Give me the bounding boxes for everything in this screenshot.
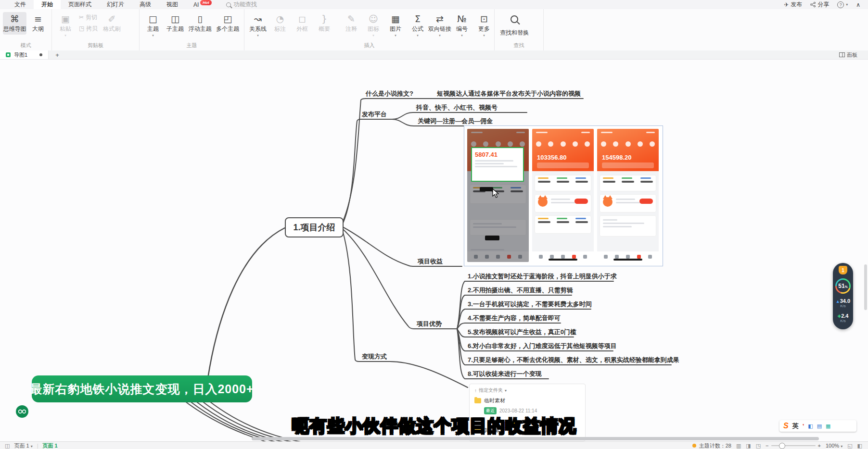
menu-tab-页面样式[interactable]: 页面样式 <box>61 0 99 9</box>
ime-toolbox-icon[interactable]: ▦ <box>826 423 830 429</box>
zoom-track[interactable] <box>771 445 816 446</box>
menu-tab-文件[interactable]: 文件 <box>7 0 34 9</box>
ribbon-button-拷贝[interactable]: ◳拷贝 <box>77 24 100 33</box>
add-sheet-button[interactable]: + <box>55 51 59 59</box>
exit-view-icon[interactable]: ◧ <box>857 443 862 449</box>
zoom-percent[interactable]: 100% ▾ <box>826 443 842 449</box>
ribbon-button-label: 关系线 <box>249 25 267 33</box>
menu-tab-幻灯片[interactable]: 幻灯片 <box>99 0 132 9</box>
topic-icon: □ <box>149 13 157 24</box>
zoom-slider[interactable]: − + <box>766 443 821 449</box>
mindmap-branch-label[interactable]: 变现方式 <box>362 352 387 361</box>
topic-count-icon <box>692 444 696 448</box>
sogou-logo-icon[interactable]: S <box>783 422 789 430</box>
menu-tab-AI[interactable]: AIHot <box>186 0 219 9</box>
ribbon-button-标注[interactable]: ◔标注 <box>269 12 291 35</box>
ribbon-button-label: 图标 <box>368 25 379 33</box>
ribbon-button-图标[interactable]: ☺图标▾ <box>363 12 384 38</box>
ribbon-button-公式[interactable]: Σ公式▾ <box>407 12 428 38</box>
ribbon-group-插入: ↝关系线▾◔标注◻外框}概要✎注释☺图标▾▦图片▾Σ公式▾⇄双向链接▾№编号▾⊡… <box>244 9 495 50</box>
ribbon-button-label: 思维导图 <box>3 25 26 33</box>
ribbon-button-浮动主题[interactable]: ▯浮动主题 <box>187 12 213 35</box>
share-button[interactable]: 分享 <box>810 0 829 9</box>
mindmap-branch-label[interactable]: 发布平台 <box>362 110 387 118</box>
ribbon-button-查找和替换[interactable]: 查找和替换 <box>498 12 531 38</box>
mindmap-leaf[interactable]: 4.不需要生产内容，简单配音即可 <box>468 314 561 322</box>
red-button <box>574 199 588 204</box>
mindmap-leaf[interactable]: 5.发布视频就可以产生收益，真正0门槛 <box>468 328 576 336</box>
ribbon-button-大纲[interactable]: ≡大纲 <box>27 12 49 35</box>
fullscreen-icon[interactable]: ◱ <box>847 443 852 449</box>
ribbon-button-注释[interactable]: ✎注释 <box>341 12 362 35</box>
ribbon-button-剪切[interactable]: ✂剪切 <box>77 13 100 22</box>
phone-screenshot-3: 154598.20 <box>597 129 659 262</box>
ribbon-button-思维导图[interactable]: ⌘思维导图 <box>3 12 26 35</box>
zoom-in-button[interactable]: + <box>818 443 821 449</box>
view-columns-icon[interactable]: ▥ <box>736 443 741 449</box>
publish-button[interactable]: ✈ 发布 <box>784 0 802 9</box>
ribbon-button-图片[interactable]: ▦图片▾ <box>385 12 406 38</box>
page-tab-active[interactable]: 页面 1 <box>43 442 58 449</box>
feature-search[interactable]: 功能查找 <box>226 0 257 9</box>
ribbon-button-label: 标注 <box>274 25 286 33</box>
mindmap-branch-label[interactable]: 项目收益 <box>418 257 443 265</box>
ime-toolbar[interactable]: S 英 ❜ ◧ ▤ ▦ <box>779 420 856 432</box>
net-speed-widget[interactable]: 1 51% ▲34.0 K/s ✚2.4 K/s <box>833 263 853 329</box>
caret-down-icon: ▾ <box>505 388 507 393</box>
mindmap-file-icon <box>6 52 11 57</box>
mindmap-leaf[interactable]: 关键词—注册—会员—佣金 <box>418 117 493 125</box>
mindmap-central-node[interactable]: 1.项目介绍 <box>285 217 344 237</box>
mindmap-leaf[interactable]: 3.一台手机就可以搞定，不需要耗费太多时间 <box>468 300 592 308</box>
folder-row[interactable]: 临时素材 <box>474 397 580 404</box>
mindmap-branch-label[interactable]: 什么是小说推文? <box>366 89 413 98</box>
ribbon-button-关系线[interactable]: ↝关系线▾ <box>247 12 268 38</box>
topic-count: 主题计数：28 <box>692 442 731 449</box>
collapse-ribbon-button[interactable]: ∧ <box>856 1 860 8</box>
caret-down-icon: ▾ <box>64 34 66 37</box>
total-earning-amount: 154598.20 <box>602 154 631 161</box>
ribbon-button-编号[interactable]: №编号▾ <box>451 12 472 38</box>
ribbon-button-粘贴[interactable]: ▣粘贴▾ <box>55 12 76 38</box>
mindmap-leaf[interactable]: 7.只要足够耐心，不断去优化视频、素材、选文，积累实战经验都能拿到成果 <box>468 356 679 364</box>
mindmap-branch-label[interactable]: 项目优势 <box>417 320 442 328</box>
mindmap-leaf[interactable]: 8.可以收徒来进行一个变现 <box>468 370 542 378</box>
ribbon-button-label: 拷贝 <box>86 25 98 33</box>
ribbon-button-子主题[interactable]: ◫子主题 <box>165 12 186 35</box>
panel-toggle-button[interactable]: 面板 <box>839 51 868 59</box>
ribbon-button-外框[interactable]: ◻外框 <box>292 12 313 35</box>
mindmap-leaf[interactable]: 短视频达人通过各媒体平台发布关于小说内容的视频 <box>437 89 581 98</box>
mindmap-leaf[interactable]: 6.对小白非常友好，入门难度远低于其他短视频等项目 <box>468 342 617 350</box>
watermark-logo-icon <box>16 405 28 418</box>
ribbon-button-格式刷[interactable]: ✐格式刷 <box>101 12 123 35</box>
zoom-knob[interactable] <box>779 443 785 449</box>
ribbon-button-概要[interactable]: }概要 <box>314 12 335 35</box>
ribbon-group-label: 主题 <box>140 42 244 50</box>
mindmap-leaf[interactable]: 1.小说推文暂时还处于蓝海阶段，抖音上明显供小于求 <box>468 272 617 280</box>
ribbon-button-多个主题[interactable]: ◰多个主题 <box>215 12 241 35</box>
menu-tab-开始[interactable]: 开始 <box>34 0 61 9</box>
ime-mic-icon[interactable]: ◧ <box>808 423 813 429</box>
ime-language-toggle[interactable]: 英 <box>792 422 799 430</box>
board-icon[interactable]: ◫ <box>5 443 10 449</box>
ime-punctuation-icon[interactable]: ❜ <box>803 423 804 429</box>
menu-tab-高级[interactable]: 高级 <box>132 0 159 9</box>
ribbon-button-双向链接[interactable]: ⇄双向链接▾ <box>429 12 450 38</box>
mindmap-leaf[interactable]: 2.不用拍摄出镜、不用直播、只需剪辑 <box>468 286 573 294</box>
mindmap-leaf[interactable]: 抖音、快手、小红书、视频号 <box>416 103 498 112</box>
bidirectional-link-icon: ⇄ <box>436 13 444 24</box>
root-node-label: 最新右豹地铁小说推文变现，日入2000+ <box>30 381 254 397</box>
fit-view-icon[interactable]: ◳ <box>756 443 761 449</box>
ribbon-button-主题[interactable]: □主题▾ <box>142 12 164 38</box>
sheet-tab-active[interactable]: 导图1 <box>0 50 49 59</box>
mindmap-root-node[interactable]: 最新右豹地铁小说推文变现，日入2000+ <box>32 375 252 402</box>
horizontal-scrollbar-thumb[interactable] <box>252 437 819 440</box>
ime-keyboard-icon[interactable]: ▤ <box>817 423 822 429</box>
ribbon-button-更多[interactable]: ⊡更多▾ <box>473 12 495 38</box>
vertical-scrollbar-thumb[interactable] <box>864 264 867 310</box>
zoom-out-button[interactable]: − <box>766 443 768 449</box>
ribbon-group-主题: □主题▾◫子主题▯浮动主题◰多个主题主题 <box>140 9 244 50</box>
page-selector[interactable]: 页面 1 ▾ <box>14 442 32 449</box>
save-view-icon[interactable]: ◨ <box>746 443 751 449</box>
help-button[interactable]: ? ▾ <box>837 1 848 8</box>
menu-tab-视图[interactable]: 视图 <box>159 0 186 9</box>
